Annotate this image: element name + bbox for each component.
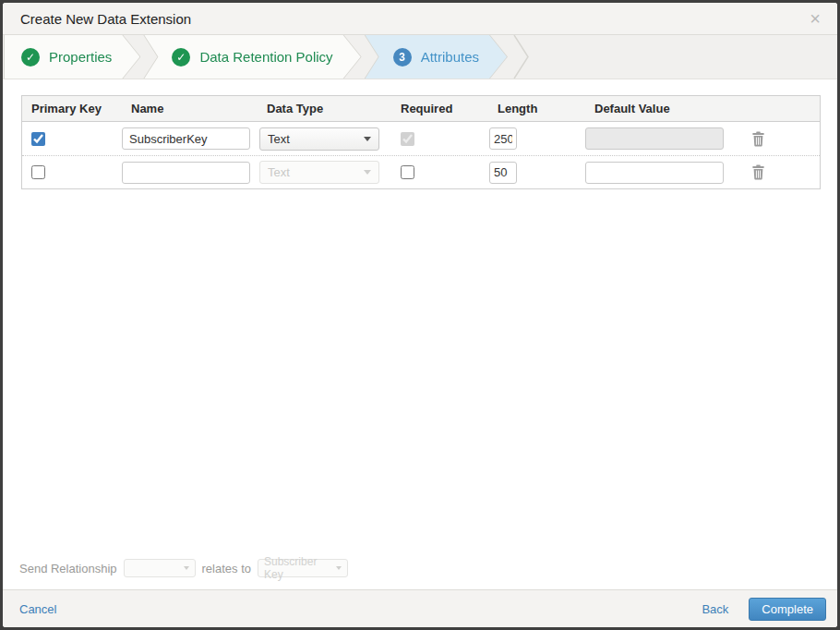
wizard-step-label: Data Retention Policy [199,49,332,65]
attribute-name-input[interactable] [122,162,250,184]
back-link[interactable]: Back [702,602,728,616]
send-relationship-row: Send Relationship relates to Subscriber … [3,559,837,589]
chevron-down-icon [364,137,371,141]
primary-key-checkbox[interactable] [31,132,45,146]
delete-row-trash-icon[interactable] [751,131,765,147]
required-checkbox [401,132,414,146]
create-data-extension-dialog: Create New Data Extension × ✓ Properties… [0,0,840,630]
wizard-step-attributes[interactable]: 3 Attributes [366,35,507,79]
dialog-titlebar: Create New Data Extension × [3,3,837,35]
column-header-name: Name [122,102,258,115]
data-type-select: Text [259,161,379,184]
column-header-data-type: Data Type [258,102,391,115]
check-circle-icon: ✓ [21,48,40,67]
relates-to-select: Subscriber Key [258,559,348,577]
relates-to-selected-value: Subscriber Key [264,555,332,581]
close-icon[interactable]: × [806,7,824,30]
data-type-selected-value: Text [268,132,364,146]
wizard-steps: ✓ Properties ✓ Data Retention Policy 3 A… [3,35,837,79]
delete-row-trash-icon[interactable] [751,164,765,180]
wizard-step-properties[interactable]: ✓ Properties [5,35,139,79]
wizard-step-data-retention-policy[interactable]: ✓ Data Retention Policy [144,35,360,79]
content-spacer [3,189,837,559]
attributes-table: Primary Key Name Data Type Required Leng… [21,95,821,189]
length-input[interactable] [489,162,517,184]
chevron-down-icon [364,170,371,175]
column-header-length: Length [488,102,585,115]
attributes-table-header: Primary Key Name Data Type Required Leng… [22,96,820,122]
attribute-row: Text [22,155,820,188]
step-number-icon: 3 [393,48,412,67]
required-checkbox[interactable] [401,165,414,179]
length-input[interactable] [489,127,517,150]
primary-key-checkbox[interactable] [31,165,45,179]
data-type-select[interactable]: Text [259,127,379,151]
check-circle-icon: ✓ [172,48,190,67]
dialog-footer: Cancel Back Complete [3,589,837,627]
complete-button[interactable]: Complete [749,598,826,621]
default-value-input [585,127,724,150]
attribute-row: Text [22,122,820,155]
data-type-selected-value: Text [268,165,364,179]
send-relationship-label: Send Relationship [19,562,117,575]
column-header-primary-key: Primary Key [22,102,122,115]
relates-to-label: relates to [202,562,251,575]
column-header-required: Required [391,102,488,115]
cancel-link[interactable]: Cancel [19,602,56,616]
send-relationship-select [124,559,196,577]
column-header-default-value: Default Value [585,102,733,115]
chevron-down-icon [184,566,189,570]
wizard-step-label: Attributes [421,49,479,65]
wizard-step-label: Properties [49,49,112,65]
attribute-name-input[interactable] [122,127,250,150]
step-separator-chevron [511,35,532,79]
default-value-input[interactable] [585,162,724,184]
chevron-down-icon [336,566,342,570]
dialog-content: Primary Key Name Data Type Required Leng… [3,79,837,589]
dialog-title: Create New Data Extension [20,11,191,27]
